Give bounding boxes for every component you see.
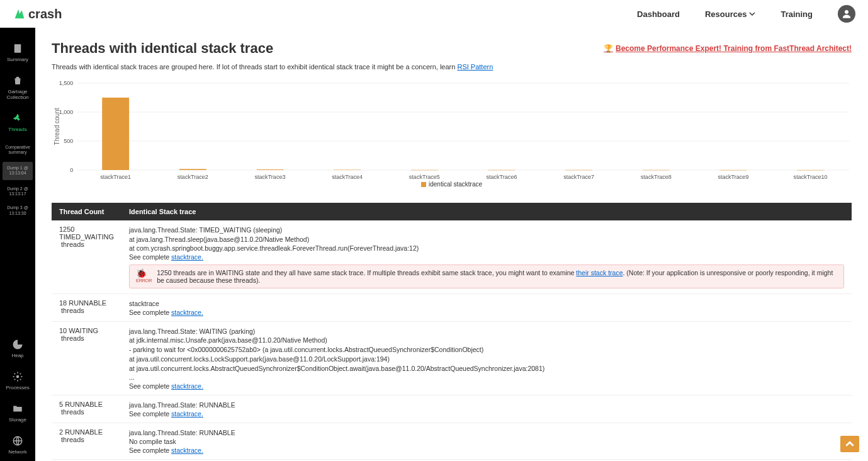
nav-resources[interactable]: Resources [705, 9, 755, 19]
logo[interactable]: crash [13, 7, 62, 21]
chevron-down-icon [749, 11, 755, 17]
user-icon [841, 8, 852, 20]
svg-point-0 [845, 10, 848, 14]
top-bar: crash Dashboard Resources Training [0, 0, 868, 28]
nav-training[interactable]: Training [781, 9, 813, 19]
logo-icon [13, 7, 26, 21]
top-nav: Dashboard Resources Training [637, 5, 855, 23]
nav-dashboard[interactable]: Dashboard [637, 9, 680, 19]
avatar[interactable] [838, 5, 855, 23]
